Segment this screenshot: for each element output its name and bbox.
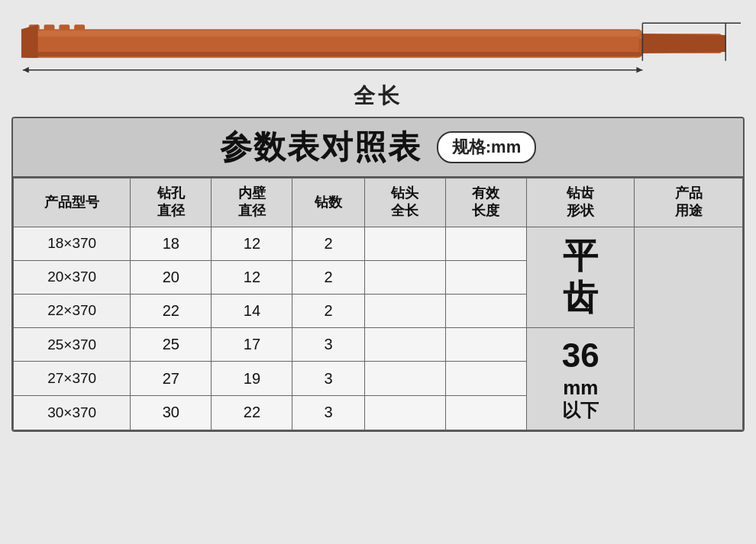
cell-eff-length — [445, 362, 526, 396]
table-title: 参数表对照表 — [220, 126, 422, 169]
col-header-drill-d: 钻孔直径 — [131, 179, 212, 227]
parameter-table-section: 参数表对照表 规格:mm 产品型号 钻孔直径 内壁直径 钻数 钻头全长 有效长度… — [11, 117, 745, 432]
cell-model: 22×370 — [14, 294, 131, 327]
cell-drill-count: 3 — [292, 395, 364, 430]
cell-eff-length — [445, 227, 526, 260]
cell-drill-count: 2 — [292, 294, 364, 327]
cell-full-length — [364, 362, 445, 396]
svg-rect-5 — [23, 31, 642, 37]
col-header-full-len: 钻头全长 — [364, 179, 445, 227]
cell-eff-length — [445, 294, 526, 327]
cell-inner-diameter: 12 — [212, 227, 292, 260]
cell-drill-diameter: 25 — [131, 327, 212, 362]
col-header-model: 产品型号 — [14, 179, 131, 227]
cell-drill-diameter: 30 — [131, 395, 212, 430]
cell-model: 20×370 — [14, 260, 131, 294]
table-row: 18×37018122平齿 — [14, 227, 743, 260]
cell-full-length — [364, 395, 445, 430]
cell-product-use — [635, 227, 743, 430]
cell-full-length — [364, 227, 445, 260]
cell-model: 18×370 — [14, 227, 131, 260]
col-header-tooth: 钻齿形状 — [527, 179, 635, 227]
svg-marker-12 — [23, 67, 29, 73]
cell-drill-count: 2 — [292, 260, 364, 294]
cell-drill-diameter: 18 — [131, 227, 212, 260]
cell-inner-diameter: 14 — [212, 294, 292, 327]
cell-model: 25×370 — [14, 327, 131, 362]
cell-full-length — [364, 327, 445, 362]
cell-inner-diameter: 22 — [212, 395, 292, 430]
cell-model: 27×370 — [14, 362, 131, 396]
col-header-use: 产品用途 — [635, 179, 743, 227]
drill-illustration — [15, 8, 741, 80]
cell-inner-diameter: 12 — [212, 260, 292, 294]
svg-marker-9 — [642, 34, 725, 53]
svg-rect-6 — [23, 52, 642, 56]
col-header-eff-len: 有效长度 — [445, 179, 526, 227]
cell-model: 30×370 — [14, 395, 131, 430]
cell-full-length — [364, 260, 445, 294]
spec-badge: 规格:mm — [437, 131, 536, 163]
cell-drill-count: 3 — [292, 362, 364, 396]
table-header: 产品型号 钻孔直径 内壁直径 钻数 钻头全长 有效长度 钻齿形状 产品用途 — [14, 179, 743, 227]
svg-marker-10 — [21, 24, 38, 58]
table-header-row: 参数表对照表 规格:mm — [13, 118, 743, 178]
cell-full-length — [364, 294, 445, 327]
cell-drill-diameter: 27 — [131, 362, 212, 396]
cell-tooth-shape-2: 36mm以下 — [527, 327, 635, 430]
cell-eff-length — [445, 260, 526, 294]
drill-section: 全长 — [0, 0, 756, 117]
table-row: 25×3702517336mm以下 — [14, 327, 743, 362]
cell-eff-length — [445, 327, 526, 362]
cell-drill-diameter: 22 — [131, 294, 212, 327]
svg-marker-13 — [636, 67, 642, 73]
col-header-count: 钻数 — [292, 179, 364, 227]
cell-eff-length — [445, 395, 526, 430]
col-header-inner-d: 内壁直径 — [212, 179, 292, 227]
full-length-label: 全长 — [354, 82, 402, 111]
cell-drill-count: 3 — [292, 327, 364, 362]
data-table: 产品型号 钻孔直径 内壁直径 钻数 钻头全长 有效长度 钻齿形状 产品用途 18… — [13, 178, 743, 430]
cell-inner-diameter: 19 — [212, 362, 292, 396]
cell-drill-count: 2 — [292, 227, 364, 260]
cell-inner-diameter: 17 — [212, 327, 292, 362]
cell-drill-diameter: 20 — [131, 260, 212, 294]
cell-tooth-shape: 平齿 — [527, 227, 635, 327]
